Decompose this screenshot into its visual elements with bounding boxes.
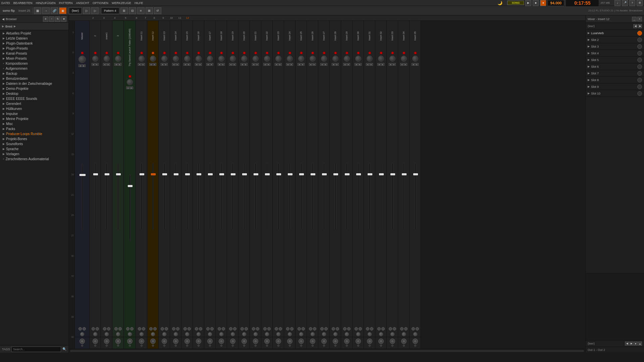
sidebar-item-14[interactable]: ▶Gerendert [0,101,68,106]
fader-handle-6[interactable] [151,173,156,175]
sidebar-item-4[interactable]: ▶Kanal-Presets [0,51,68,56]
channel-strip-11[interactable]: Insert 17 ◀ ▶ [204,21,216,349]
fader-handle-20[interactable] [311,173,315,175]
send-knob-a-11[interactable] [206,327,210,330]
channel-led-9[interactable] [186,52,189,54]
fader-handle-5[interactable] [140,173,144,175]
arrow-left-22[interactable]: ◀ [332,63,335,66]
channel-knob-3[interactable] [115,56,121,62]
slot-circle-5[interactable] [637,64,642,69]
channel-knob-19[interactable] [298,56,304,62]
channel-knob-10[interactable] [196,56,202,62]
slot-circle-9[interactable] [637,91,642,96]
channel-led-27[interactable] [391,52,394,54]
expand-btn[interactable]: ▷ [83,7,90,14]
arrow-right-1[interactable]: ▶ [95,63,99,66]
channel-led-15[interactable] [254,52,257,54]
sidebar-nav-up[interactable]: ↑ [49,16,54,22]
fader-track-26[interactable] [380,163,382,230]
arrow-right-20[interactable]: ▶ [313,63,316,66]
arrow-right-23[interactable]: ▶ [347,63,350,66]
bottom-dot-23[interactable] [346,345,348,347]
arrow-left-9[interactable]: ◀ [183,63,187,66]
tool-mixer[interactable]: ▦ [34,7,41,14]
fader-handle-4[interactable] [128,185,132,187]
record-button[interactable]: ● [540,0,546,6]
channel-knob-8[interactable] [173,56,179,62]
sidebar-item-5[interactable]: ▶Mixer-Presets [0,56,68,61]
sidebar-item-18[interactable]: ▶Misc [0,121,68,126]
fader-handle-22[interactable] [333,173,338,175]
channel-strip-22[interactable]: Insert 28 ◀ ▶ [330,21,341,349]
pattern-tools[interactable]: ⊞ [120,7,128,14]
fader-track-20[interactable] [312,163,313,230]
send-knob-b-12[interactable] [222,327,225,330]
send-knob-a-1[interactable] [92,327,95,330]
sidebar-item-6[interactable]: +Kompositionen [0,61,68,66]
bottom-circle-outer-19[interactable] [299,339,304,344]
send-knob-a-4[interactable] [126,327,129,330]
fader-handle-15[interactable] [254,173,258,175]
channel-strip-13[interactable]: Insert 19 ◀ ▶ [227,21,238,349]
bottom-dot-6[interactable] [152,345,154,347]
search-icon[interactable]: 🔍 [62,347,66,351]
send-knob-a-22[interactable] [332,327,335,330]
right-slot-3[interactable]: ▶ Slot 4 [586,50,644,57]
channel-knob-23[interactable] [344,56,350,62]
bottom-dot-7[interactable] [163,345,165,347]
sidebar-item-8[interactable]: ▶Backup [0,71,68,76]
bottom-dot-28[interactable] [403,345,405,347]
route-knob-6[interactable] [151,332,155,336]
send-knob-a-16[interactable] [263,327,267,330]
route-knob-9[interactable] [185,332,189,336]
channel-strip-27[interactable]: Insert 33 ◀ ▶ [387,21,398,349]
send-knob-a-21[interactable] [320,327,324,330]
menu-werkzeuge[interactable]: WERKZEUGE [112,1,131,5]
route-knob-27[interactable] [390,332,394,336]
arrow-left-7[interactable]: ◀ [161,63,164,66]
send-knob-a-23[interactable] [343,327,346,330]
settings-btn[interactable]: ⚙ [637,0,643,6]
channel-knob-6[interactable] [150,56,156,62]
route-knob-11[interactable] [208,332,212,336]
channel-knob-13[interactable] [230,56,236,62]
arrow-right-13[interactable]: ▶ [233,63,236,66]
fader-track-25[interactable] [369,163,370,230]
arrow-right-26[interactable]: ▶ [381,63,384,66]
arrow-left-3[interactable]: ◀ [114,63,118,66]
sidebar-item-1[interactable]: ▶Letzte Dateien [0,36,68,41]
bottom-dot-5[interactable] [141,345,143,347]
mixer-scrollbar[interactable] [69,349,585,353]
sidebar-item-0[interactable]: ▶Aktuelles Projekt [0,31,68,36]
channel-knob-5[interactable] [139,56,145,62]
channel-strip-23[interactable]: Insert 29 ◀ ▶ [341,21,353,349]
arrow-right-22[interactable]: ▶ [335,63,339,66]
channel-led-17[interactable] [277,52,280,54]
channel-knob-28[interactable] [401,56,407,62]
arrow-left-12[interactable]: ◀ [218,63,221,66]
send-knob-b-16[interactable] [267,327,271,330]
arrow-left-6[interactable]: ◀ [149,63,153,66]
arrow-right-15[interactable]: ▶ [256,63,259,66]
fader-handle-9[interactable] [185,173,190,175]
fader-track-12[interactable] [221,163,222,230]
fader-track-11[interactable] [209,163,211,230]
channel-led-22[interactable] [334,52,337,54]
bpm-display[interactable]: 94.000 [547,0,564,6]
fader-track-13[interactable] [232,163,233,230]
arrow-right-14[interactable]: ▶ [244,63,248,66]
bottom-circle-outer-8[interactable] [173,339,178,344]
bottom-circle-outer-27[interactable] [390,339,395,344]
arrow-right-28[interactable]: ▶ [404,63,407,66]
right-minimize[interactable]: _ [632,17,637,21]
send-knob-a-14[interactable] [240,327,244,330]
arrow-right-8[interactable]: ▶ [176,63,179,66]
channel-led-19[interactable] [300,52,303,54]
channel-strip-4[interactable]: Thy Sword Launch Trailer [1080x60] ◀ ▶ [124,21,136,349]
send-knob-a-13[interactable] [229,327,232,330]
send-knob-b-6[interactable] [153,327,157,330]
arrow-left-21[interactable]: ◀ [320,63,324,66]
channel-led-29[interactable] [414,52,417,54]
bottom-dot-12[interactable] [220,345,222,347]
fader-track-23[interactable] [346,163,347,230]
